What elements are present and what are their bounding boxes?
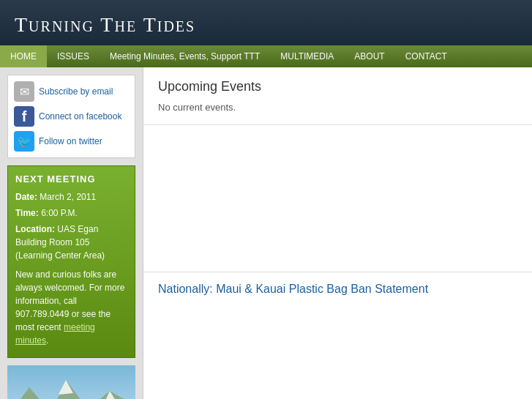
upcoming-events-title: Upcoming Events (158, 79, 517, 94)
facebook-icon: f (14, 106, 34, 127)
meeting-date: Date: March 2, 2011 (15, 190, 127, 204)
location-label: Location: (15, 224, 55, 234)
mountain-photo-svg (7, 365, 135, 399)
meeting-time: Time: 6:00 P.M. (15, 206, 127, 220)
subscribe-email-link[interactable]: ✉ Subscribe by email (14, 81, 129, 102)
nav-minutes[interactable]: Meeting Minutes, Events, Support TTT (100, 45, 270, 67)
twitter-label: Follow on twitter (39, 136, 102, 146)
site-title: Turning The Tides (15, 13, 517, 37)
nav-contact[interactable]: CONTACT (395, 45, 457, 67)
article-section: Nationally: Maui & Kauai Plastic Bag Ban… (143, 272, 532, 306)
next-meeting-title: NEXT MEETING (15, 174, 127, 184)
meeting-body: New and curious folks are always welcome… (15, 268, 127, 347)
email-icon: ✉ (14, 81, 34, 102)
time-label: Time: (15, 208, 39, 218)
twitter-icon: 🐦 (14, 131, 34, 152)
nav-multimedia[interactable]: MULTIMEDIA (270, 45, 344, 67)
facebook-link[interactable]: f Connect on facebook (14, 106, 129, 127)
article-title-link[interactable]: Nationally: Maui & Kauai Plastic Bag Ban… (158, 283, 517, 296)
nav-issues[interactable]: ISSUES (47, 45, 100, 67)
meeting-location: Location: UAS Egan Building Room 105 (Le… (15, 223, 127, 262)
nav-home[interactable]: HOME (0, 45, 47, 67)
upcoming-events-section: Upcoming Events No current events. (143, 67, 532, 125)
content-spacer (143, 125, 532, 272)
next-meeting-box: NEXT MEETING Date: March 2, 2011 Time: 6… (7, 165, 135, 358)
sidebar-photo (7, 365, 135, 399)
no-events-text: No current events. (158, 102, 517, 113)
social-links-box: ✉ Subscribe by email f Connect on facebo… (7, 75, 135, 158)
facebook-label: Connect on facebook (39, 111, 121, 122)
nav-about[interactable]: ABOUT (344, 45, 394, 67)
twitter-link[interactable]: 🐦 Follow on twitter (14, 131, 129, 152)
subscribe-label: Subscribe by email (39, 86, 113, 97)
date-label: Date: (15, 192, 37, 202)
